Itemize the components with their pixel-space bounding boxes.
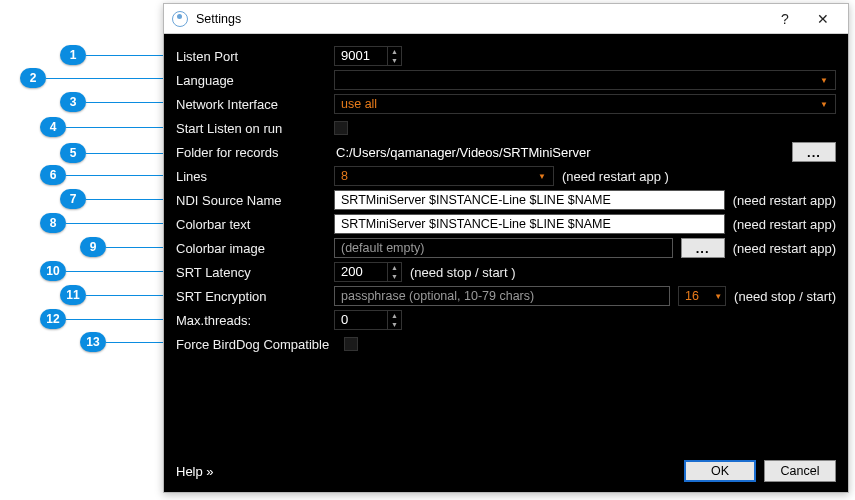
chevron-down-icon: ▼ [535,172,549,181]
colorbar-image-input[interactable]: (default empty) [334,238,673,258]
start-listen-label: Start Listen on run [176,121,326,136]
max-threads-input[interactable]: 0 ▲▼ [334,310,402,330]
srt-latency-note: (need stop / start ) [410,265,516,280]
callout-2: 2 [20,68,46,88]
ndi-source-note: (need restart app) [733,193,836,208]
content-area: Listen Port 9001 ▲▼ Language ▼ Network I… [164,34,848,492]
chevron-down-icon: ▼ [817,100,831,109]
cancel-button[interactable]: Cancel [764,460,836,482]
callout-8: 8 [40,213,66,233]
listen-port-label: Listen Port [176,49,326,64]
srt-latency-label: SRT Latency [176,265,326,280]
callouts-panel: 1 2 3 4 5 6 7 8 9 10 11 12 13 [0,0,160,500]
force-birddog-checkbox[interactable] [344,337,358,351]
help-link[interactable]: Help » [176,464,214,479]
folder-browse-button[interactable]: ... [792,142,836,162]
callout-1: 1 [60,45,86,65]
srt-encryption-label: SRT Encryption [176,289,326,304]
lines-combo[interactable]: 8 ▼ [334,166,554,186]
max-threads-label: Max.threads: [176,313,326,328]
chevron-up-icon[interactable]: ▲ [388,263,401,272]
titlebar: Settings ? ✕ [164,4,848,34]
callout-9: 9 [80,237,106,257]
callout-4: 4 [40,117,66,137]
start-listen-checkbox[interactable] [334,121,348,135]
chevron-down-icon[interactable]: ▼ [388,320,401,329]
window-title: Settings [196,12,766,26]
chevron-up-icon[interactable]: ▲ [388,47,401,56]
ndi-source-input[interactable]: SRTMiniServer $INSTANCE-Line $LINE $NAME [334,190,725,210]
chevron-down-icon: ▼ [817,76,831,85]
callout-6: 6 [40,165,66,185]
close-button[interactable]: ✕ [804,5,842,33]
ndi-source-label: NDI Source Name [176,193,326,208]
callout-11: 11 [60,285,86,305]
help-button[interactable]: ? [766,5,804,33]
network-interface-combo[interactable]: use all ▼ [334,94,836,114]
chevron-down-icon: ▼ [714,292,722,301]
folder-path: C:/Users/qamanager/Videos/SRTMiniServer [334,145,784,160]
colorbar-text-note: (need restart app) [733,217,836,232]
colorbar-text-label: Colorbar text [176,217,326,232]
callout-10: 10 [40,261,66,281]
language-combo[interactable]: ▼ [334,70,836,90]
callout-3: 3 [60,92,86,112]
colorbar-image-label: Colorbar image [176,241,326,256]
callout-13: 13 [80,332,106,352]
chevron-down-icon[interactable]: ▼ [388,56,401,65]
srt-encryption-key-combo[interactable]: 16 ▼ [678,286,726,306]
lines-note: (need restart app ) [562,169,669,184]
colorbar-image-note: (need restart app) [733,241,836,256]
colorbar-image-browse-button[interactable]: ... [681,238,725,258]
ok-button[interactable]: OK [684,460,756,482]
srt-latency-input[interactable]: 200 ▲▼ [334,262,402,282]
network-interface-label: Network Interface [176,97,326,112]
srt-encryption-note: (need stop / start) [734,289,836,304]
folder-label: Folder for records [176,145,326,160]
language-label: Language [176,73,326,88]
callout-12: 12 [40,309,66,329]
listen-port-input[interactable]: 9001 ▲▼ [334,46,402,66]
srt-encryption-input[interactable]: passphrase (optional, 10-79 chars) [334,286,670,306]
callout-7: 7 [60,189,86,209]
force-birddog-label: Force BirdDog Compatible [176,337,336,352]
colorbar-text-input[interactable]: SRTMiniServer $INSTANCE-Line $LINE $NAME [334,214,725,234]
lines-label: Lines [176,169,326,184]
chevron-down-icon[interactable]: ▼ [388,272,401,281]
callout-5: 5 [60,143,86,163]
settings-dialog: Settings ? ✕ Listen Port 9001 ▲▼ Languag… [163,3,849,493]
chevron-up-icon[interactable]: ▲ [388,311,401,320]
app-icon [172,11,188,27]
